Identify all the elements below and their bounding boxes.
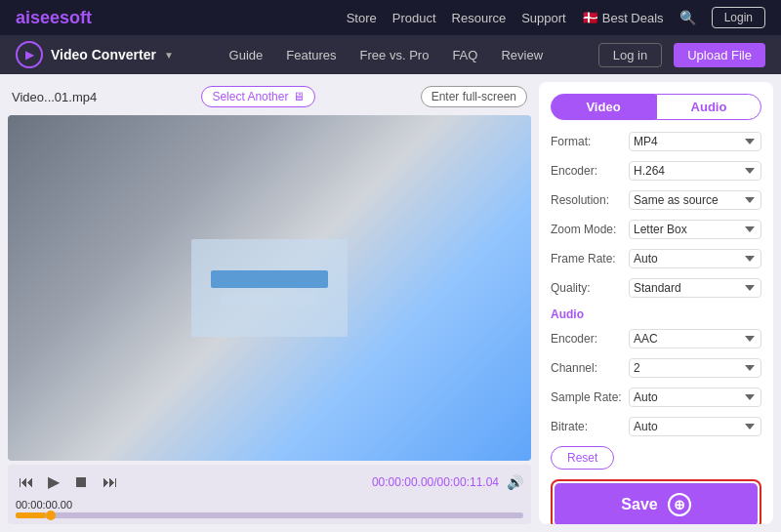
bitrate-label: Bitrate:	[551, 420, 629, 433]
tab-audio[interactable]: Audio	[656, 94, 761, 120]
rewind-button[interactable]: ⏮	[16, 471, 37, 493]
log-in-button[interactable]: Log in	[598, 43, 662, 67]
controls-bar: ⏮ ▶ ⏹ ⏭ 00:00:00.00/00:00:11.04 🔊 00:00:…	[8, 465, 531, 524]
bitrate-select[interactable]: Auto	[629, 417, 761, 436]
app-play-icon: ▶	[16, 41, 43, 68]
sample-rate-row: Sample Rate: Auto	[551, 386, 761, 409]
resolution-select[interactable]: Same as source	[629, 190, 761, 210]
top-navbar: aiseesoft Store Product Resource Support…	[0, 0, 781, 35]
right-panel: Video Audio Format: MP4 Encoder: H.264 R…	[539, 82, 773, 524]
preview-content	[8, 115, 531, 461]
channel-select[interactable]: 2	[629, 358, 761, 378]
audio-encoder-label: Encoder:	[551, 332, 629, 346]
format-row: Format: MP4	[551, 130, 761, 153]
channel-row: Channel: 2	[551, 356, 761, 380]
resolution-label: Resolution:	[551, 193, 629, 207]
best-deals[interactable]: 🇩🇰 Best Deals	[582, 10, 664, 25]
tab-video[interactable]: Video	[551, 94, 656, 120]
controls-row: ⏮ ▶ ⏹ ⏭ 00:00:00.00/00:00:11.04 🔊	[16, 469, 523, 495]
video-preview	[8, 115, 531, 461]
zoom-mode-select[interactable]: Letter Box	[629, 220, 761, 239]
frame-rate-label: Frame Rate:	[551, 252, 629, 266]
nav-product[interactable]: Product	[392, 11, 436, 25]
select-another-button[interactable]: Select Another 🖥	[201, 86, 315, 107]
frame-rate-select[interactable]: Auto	[629, 249, 761, 268]
current-time: 00:00:00.00	[16, 499, 523, 511]
zoom-mode-row: Zoom Mode: Letter Box	[551, 218, 761, 241]
inner-preview	[191, 239, 348, 337]
save-icon: ⊕	[668, 493, 691, 516]
upload-file-button[interactable]: Upload File	[674, 43, 765, 67]
second-navbar: ▶ Video Converter ▼ Guide Features Free …	[0, 35, 781, 74]
nav-review[interactable]: Review	[501, 48, 543, 62]
file-bar: Video...01.mp4 Select Another 🖥 Enter fu…	[8, 82, 531, 111]
bitrate-row: Bitrate: Auto	[551, 415, 761, 438]
preview-bar	[211, 270, 328, 288]
audio-encoder-row: Encoder: AAC	[551, 327, 761, 350]
flag-icon: 🇩🇰	[582, 10, 598, 25]
tab-row: Video Audio	[551, 94, 761, 120]
nav-features[interactable]: Features	[286, 48, 336, 62]
main-content: Video...01.mp4 Select Another 🖥 Enter fu…	[0, 74, 781, 532]
encoder-select[interactable]: H.264	[629, 161, 761, 181]
nav-guide[interactable]: Guide	[229, 48, 264, 62]
quality-select[interactable]: Standard	[629, 278, 761, 298]
quality-label: Quality:	[551, 281, 629, 295]
zoom-mode-label: Zoom Mode:	[551, 223, 629, 236]
nav-faq[interactable]: FAQ	[452, 48, 477, 62]
second-nav-right: Log in Upload File	[598, 43, 765, 67]
time-display: 00:00:00.00/00:00:11.04	[129, 475, 499, 489]
nav-resource[interactable]: Resource	[452, 11, 507, 25]
channel-label: Channel:	[551, 361, 629, 375]
nav-store[interactable]: Store	[347, 11, 377, 25]
fast-forward-button[interactable]: ⏭	[100, 471, 121, 493]
format-select[interactable]: MP4	[629, 132, 761, 151]
format-label: Format:	[551, 135, 629, 148]
enter-fullscreen-button[interactable]: Enter full-screen	[421, 86, 527, 107]
filename-label: Video...01.mp4	[12, 90, 97, 104]
progress-thumb[interactable]	[46, 511, 56, 520]
sample-rate-label: Sample Rate:	[551, 390, 629, 404]
progress-area: 00:00:00.00	[16, 497, 523, 520]
quality-row: Quality: Standard	[551, 276, 761, 300]
stop-button[interactable]: ⏹	[70, 471, 92, 493]
preview-bar2	[221, 294, 318, 306]
chevron-down-icon[interactable]: ▼	[164, 50, 174, 61]
monitor-icon: 🖥	[293, 90, 305, 103]
resolution-row: Resolution: Same as source	[551, 188, 761, 212]
login-button[interactable]: Login	[712, 7, 765, 28]
audio-encoder-select[interactable]: AAC	[629, 329, 761, 348]
volume-icon[interactable]: 🔊	[507, 474, 523, 490]
frame-rate-row: Frame Rate: Auto	[551, 247, 761, 270]
play-button[interactable]: ▶	[45, 471, 62, 493]
audio-section-title: Audio	[551, 307, 761, 321]
sample-rate-select[interactable]: Auto	[629, 388, 761, 407]
progress-fill	[16, 512, 46, 518]
app-name: Video Converter	[51, 47, 156, 62]
left-panel: Video...01.mp4 Select Another 🖥 Enter fu…	[8, 82, 531, 524]
save-button-wrapper: Save ⊕	[551, 479, 761, 524]
app-branding: ▶ Video Converter ▼	[16, 41, 174, 68]
nav-free-vs-pro[interactable]: Free vs. Pro	[360, 48, 430, 62]
encoder-label: Encoder:	[551, 164, 629, 178]
encoder-row: Encoder: H.264	[551, 159, 761, 183]
save-button[interactable]: Save ⊕	[555, 483, 758, 524]
progress-track[interactable]	[16, 512, 523, 518]
second-nav-links: Guide Features Free vs. Pro FAQ Review	[229, 48, 543, 62]
top-nav-links: Store Product Resource Support 🇩🇰 Best D…	[347, 7, 765, 28]
search-icon[interactable]: 🔍	[679, 10, 696, 25]
logo: aiseesoft	[16, 8, 92, 28]
reset-button[interactable]: Reset	[551, 446, 614, 470]
nav-support[interactable]: Support	[521, 11, 566, 25]
